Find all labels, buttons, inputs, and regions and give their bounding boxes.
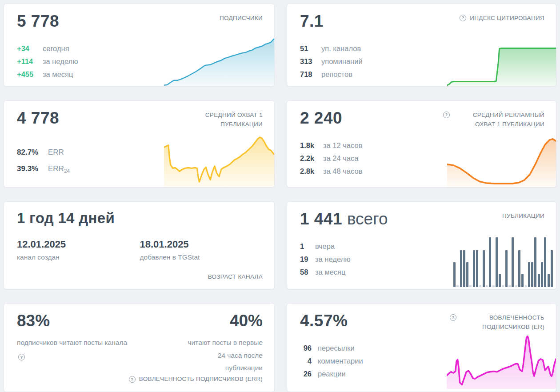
bar bbox=[489, 237, 491, 287]
stat-value: 19 bbox=[300, 253, 315, 266]
channel-added-label: добавлен в TGStat bbox=[140, 253, 263, 261]
bar bbox=[515, 285, 517, 287]
bar bbox=[521, 274, 524, 287]
stat-value: 26 bbox=[300, 368, 312, 380]
help-icon[interactable]: ? bbox=[460, 15, 466, 21]
bar bbox=[496, 237, 498, 287]
err-read-percent: 83% bbox=[17, 312, 130, 330]
ad-reach-card-title: ? СРЕДНИЙ РЕКЛАМНЫЙ ОХВАТ 1 ПУБЛИКАЦИИ bbox=[443, 111, 544, 129]
stat-row-comments: 4 комментарии bbox=[300, 355, 544, 368]
stat-row-today: +34 сегодня bbox=[17, 42, 263, 55]
channel-created-label: канал создан bbox=[17, 253, 140, 261]
bar bbox=[453, 262, 456, 287]
stat-row-12h: 1.8k за 12 часов bbox=[300, 139, 544, 152]
err-24h-block: 40% читают посты в первые 24 часа после … bbox=[185, 312, 263, 375]
err-24h-percent: 40% bbox=[185, 312, 263, 330]
stat-value: 2.8k bbox=[300, 165, 323, 178]
stat-value: 2.2k bbox=[300, 152, 323, 165]
stat-label: сегодня bbox=[43, 42, 69, 55]
channel-age-value: 1 год 14 дней bbox=[17, 210, 263, 227]
stat-row-forwards: 96 пересылки bbox=[300, 342, 544, 355]
err-values-row: 83% подписчиков читают посты канала ? 40… bbox=[17, 312, 263, 375]
subscribers-card: 5 778 ПОДПИСЧИКИ +34 сегодня +114 за нед… bbox=[4, 4, 275, 87]
ad-reach-card: 2 240 ? СРЕДНИЙ РЕКЛАМНЫЙ ОХВАТ 1 ПУБЛИК… bbox=[287, 100, 556, 188]
help-icon[interactable]: ? bbox=[129, 376, 136, 383]
stat-value: 718 bbox=[300, 68, 321, 81]
publications-card: 1 441 всего ПУБЛИКАЦИИ 1 вчера 19 за нед… bbox=[287, 201, 556, 289]
citation-stats: 51 уп. каналов 313 упоминаний 718 репост… bbox=[300, 42, 544, 81]
channel-created-date: 12.01.2025 bbox=[17, 239, 140, 250]
bar bbox=[476, 250, 478, 287]
stat-label: комментарии bbox=[318, 355, 363, 368]
stat-row-48h: 2.8k за 48 часов bbox=[300, 165, 544, 178]
bar bbox=[541, 262, 543, 287]
stat-label: за 12 часов bbox=[323, 139, 362, 152]
bar bbox=[508, 285, 511, 287]
metrics-grid: 5 778 ПОДПИСЧИКИ +34 сегодня +114 за нед… bbox=[0, 0, 560, 392]
stat-row-err24: 39.3% ERR24 bbox=[17, 160, 263, 180]
bar bbox=[499, 274, 501, 287]
stat-value: 39.3% bbox=[17, 160, 48, 177]
stat-row-err: 82.7% ERR bbox=[17, 144, 263, 160]
err-read-block: 83% подписчиков читают посты канала ? bbox=[17, 312, 130, 375]
bar bbox=[551, 250, 553, 287]
bar bbox=[460, 250, 462, 287]
stat-value: 58 bbox=[300, 266, 315, 279]
avg-reach-card-title: СРЕДНИЙ ОХВАТ 1 ПУБЛИКАЦИИ bbox=[187, 111, 263, 129]
channel-age-card-title: ВОЗРАСТ КАНАЛА bbox=[208, 273, 263, 280]
publications-bar-chart bbox=[453, 237, 553, 287]
bar bbox=[518, 250, 520, 287]
stat-value: +455 bbox=[17, 68, 43, 81]
er-stats: 96 пересылки 4 комментарии 26 реакции bbox=[300, 342, 544, 380]
help-icon[interactable]: ? bbox=[443, 112, 450, 118]
bar bbox=[531, 262, 533, 287]
stat-value: 4 bbox=[300, 355, 312, 368]
err-24h-caption: читают посты в первые 24 часа после публ… bbox=[185, 336, 263, 375]
stat-row-week: +114 за неделю bbox=[17, 55, 263, 68]
stat-label: за неделю bbox=[315, 253, 351, 266]
stat-label: ERR24 bbox=[48, 160, 70, 180]
bar bbox=[463, 250, 465, 287]
stat-label: за месяц bbox=[315, 266, 345, 279]
help-icon[interactable]: ? bbox=[450, 314, 456, 321]
bar bbox=[525, 285, 527, 287]
ad-reach-stats: 1.8k за 12 часов 2.2k за 24 часа 2.8k за… bbox=[300, 139, 544, 178]
channel-created-block: 12.01.2025 канал создан bbox=[17, 239, 140, 261]
stat-value: 96 bbox=[300, 342, 312, 355]
bar bbox=[502, 285, 504, 287]
bar bbox=[538, 274, 540, 287]
bar bbox=[473, 250, 475, 287]
avg-reach-card: 4 778 СРЕДНИЙ ОХВАТ 1 ПУБЛИКАЦИИ 82.7% E… bbox=[4, 100, 275, 188]
stat-label: за месяц bbox=[43, 68, 73, 81]
bar bbox=[456, 285, 459, 287]
channel-age-card: 1 год 14 дней 12.01.2025 канал создан 18… bbox=[4, 201, 275, 289]
channel-added-block: 18.01.2025 добавлен в TGStat bbox=[140, 239, 263, 261]
stat-label: за неделю bbox=[43, 55, 78, 68]
channel-added-date: 18.01.2025 bbox=[140, 239, 263, 250]
help-icon[interactable]: ? bbox=[18, 354, 25, 360]
stat-row-24h: 2.2k за 24 часа bbox=[300, 152, 544, 165]
er-card-title: ? ВОВЛЕЧЕННОСТЬ ПОДПИСЧИКОВ (ER) bbox=[450, 313, 544, 332]
bar bbox=[486, 285, 488, 287]
bar bbox=[534, 237, 536, 287]
stat-label: репостов bbox=[321, 68, 352, 81]
subscribers-stats: +34 сегодня +114 за неделю +455 за месяц bbox=[17, 42, 263, 81]
channel-age-dates: 12.01.2025 канал создан 18.01.2025 добав… bbox=[17, 239, 263, 261]
bar bbox=[544, 237, 546, 287]
publications-total-suffix: всего bbox=[347, 210, 388, 228]
stat-label: вчера bbox=[315, 240, 335, 253]
stat-value: 313 bbox=[300, 55, 321, 68]
stat-value: +114 bbox=[17, 55, 43, 68]
stat-value: 51 bbox=[300, 42, 321, 55]
bar bbox=[466, 262, 468, 287]
err-card: 83% подписчиков читают посты канала ? 40… bbox=[4, 303, 275, 392]
stat-label: уп. каналов bbox=[321, 42, 361, 55]
stat-label: ERR bbox=[48, 144, 64, 160]
bar bbox=[512, 237, 514, 287]
citation-card-title: ? ИНДЕКС ЦИТИРОВАНИЯ bbox=[460, 14, 544, 23]
stat-row-reactions: 26 реакции bbox=[300, 368, 544, 380]
bar bbox=[505, 250, 508, 287]
stat-label: упоминаний bbox=[321, 55, 363, 68]
stat-value: 1 bbox=[300, 240, 315, 253]
bar bbox=[483, 250, 485, 287]
